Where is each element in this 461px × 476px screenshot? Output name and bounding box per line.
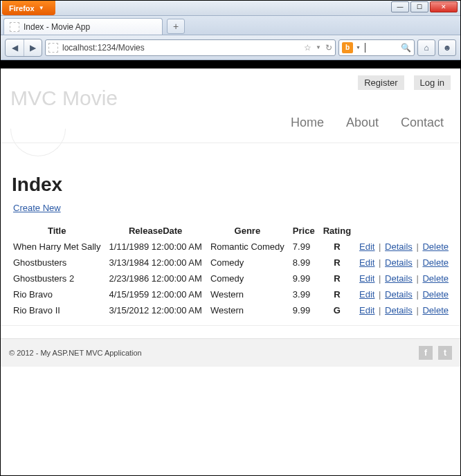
cell-genre: Romantic Comedy (206, 239, 289, 255)
movies-table: Title ReleaseDate Genre Price Rating Whe… (9, 223, 453, 318)
cell-actions: Edit | Details | Delete (355, 271, 453, 286)
cell-actions: Edit | Details | Delete (355, 239, 453, 255)
details-link[interactable]: Details (385, 273, 413, 284)
cell-rating: R (319, 239, 355, 255)
cell-actions: Edit | Details | Delete (355, 255, 453, 271)
site-brand[interactable]: MVC Movie (10, 86, 453, 110)
details-link[interactable]: Details (385, 305, 413, 315)
close-button[interactable]: ✕ (430, 1, 458, 12)
cell-rating: R (319, 286, 355, 302)
new-tab-button[interactable]: + (167, 19, 185, 34)
url-text: localhost:1234/Movies (62, 43, 304, 53)
main-nav: Home About Contact (10, 116, 453, 130)
table-header-row: Title ReleaseDate Genre Price Rating (9, 223, 453, 239)
cell-title: Rio Bravo II (9, 302, 105, 318)
back-button[interactable]: ◀ (6, 39, 24, 56)
page-footer: © 2012 - My ASP.NET MVC Application f t (1, 338, 460, 367)
page-body: Index Create New Title ReleaseDate Genre… (1, 143, 460, 326)
register-link[interactable]: Register (358, 75, 404, 90)
cell-rating: R (319, 271, 355, 286)
browser-navbar: ◀ ▶ localhost:1234/Movies ☆ ▼ ↻ b ▼ 🔍 ⌂ … (1, 35, 460, 60)
details-link[interactable]: Details (385, 241, 413, 252)
create-new-link[interactable]: Create New (13, 203, 61, 213)
col-actions (355, 223, 453, 239)
cell-price: 3.99 (289, 286, 319, 302)
url-bar[interactable]: localhost:1234/Movies ☆ ▼ ↻ (45, 39, 336, 56)
cell-release-date: 4/15/1959 12:00:00 AM (105, 286, 206, 302)
cell-genre: Western (206, 302, 289, 318)
site-identity-icon (48, 43, 58, 53)
cell-price: 9.99 (289, 271, 319, 286)
table-row: Ghostbusters 22/23/1986 12:00:00 AMComed… (9, 271, 453, 286)
cell-actions: Edit | Details | Delete (355, 286, 453, 302)
edit-link[interactable]: Edit (359, 257, 374, 268)
table-row: Ghostbusters3/13/1984 12:00:00 AMComedy8… (9, 255, 453, 271)
cell-release-date: 3/13/1984 12:00:00 AM (105, 255, 206, 271)
cell-rating: R (319, 255, 355, 271)
maximize-button[interactable]: ☐ (410, 1, 428, 12)
nav-about[interactable]: About (346, 116, 379, 130)
search-box[interactable]: b ▼ 🔍 (338, 39, 415, 56)
top-black-bar (1, 60, 460, 68)
delete-link[interactable]: Delete (422, 241, 449, 252)
cell-title: When Harry Met Sally (9, 239, 105, 255)
search-go-icon[interactable]: 🔍 (401, 43, 411, 53)
cell-price: 8.99 (289, 255, 319, 271)
cell-title: Rio Bravo (9, 286, 105, 302)
cell-release-date: 1/11/1989 12:00:00 AM (105, 239, 206, 255)
facebook-icon[interactable]: f (419, 346, 433, 360)
search-cursor (365, 43, 365, 53)
edit-link[interactable]: Edit (359, 289, 374, 300)
account-links: Register Log in (358, 75, 451, 90)
search-engine-dropdown-icon[interactable]: ▼ (356, 45, 361, 50)
forward-button[interactable]: ▶ (24, 39, 42, 56)
minimize-button[interactable]: — (391, 1, 409, 12)
footer-social: f t (419, 346, 452, 360)
col-genre: Genre (206, 223, 289, 239)
urlbar-right-icons: ☆ ▼ ↻ (304, 43, 332, 53)
firefox-app-label: Firefox (9, 4, 35, 12)
browser-tab[interactable]: Index - Movie App (3, 18, 163, 35)
feedback-button[interactable]: ☻ (438, 39, 456, 56)
cell-actions: Edit | Details | Delete (355, 302, 453, 318)
login-link[interactable]: Log in (414, 75, 451, 90)
footer-text: © 2012 - My ASP.NET MVC Application (9, 349, 142, 357)
details-link[interactable]: Details (385, 257, 413, 268)
tab-title: Index - Movie App (24, 22, 90, 32)
nav-contact[interactable]: Contact (401, 116, 444, 130)
nav-arrows: ◀ ▶ (5, 39, 42, 57)
page-favicon-icon (10, 22, 19, 32)
cell-rating: G (319, 302, 355, 318)
nav-home[interactable]: Home (291, 116, 324, 130)
edit-link[interactable]: Edit (359, 241, 374, 252)
firefox-app-button[interactable]: Firefox ▼ (2, 1, 55, 15)
bookmark-star-icon[interactable]: ☆ (304, 43, 311, 53)
details-link[interactable]: Details (385, 289, 413, 300)
delete-link[interactable]: Delete (422, 273, 449, 284)
cell-price: 7.99 (289, 239, 319, 255)
cell-price: 9.99 (289, 302, 319, 318)
delete-link[interactable]: Delete (422, 257, 449, 268)
page-title: Index (12, 174, 452, 196)
bing-icon: b (342, 42, 353, 53)
window-controls: — ☐ ✕ (388, 1, 460, 15)
col-release-date: ReleaseDate (105, 223, 206, 239)
edit-link[interactable]: Edit (359, 273, 374, 284)
cell-title: Ghostbusters (9, 255, 105, 271)
dropdown-icon: ▼ (39, 5, 44, 11)
col-price: Price (289, 223, 319, 239)
page-viewport: Register Log in MVC Movie Home About Con… (1, 60, 460, 475)
edit-link[interactable]: Edit (359, 305, 374, 315)
home-button[interactable]: ⌂ (417, 39, 435, 56)
cell-genre: Comedy (206, 271, 289, 286)
twitter-icon[interactable]: t (438, 346, 452, 360)
col-title: Title (9, 223, 105, 239)
cell-genre: Comedy (206, 255, 289, 271)
table-row: Rio Bravo II3/15/2012 12:00:00 AMWestern… (9, 302, 453, 318)
reload-icon[interactable]: ↻ (325, 43, 332, 53)
delete-link[interactable]: Delete (422, 289, 449, 300)
table-row: Rio Bravo4/15/1959 12:00:00 AMWestern3.9… (9, 286, 453, 302)
col-rating: Rating (319, 223, 355, 239)
delete-link[interactable]: Delete (422, 305, 449, 315)
dropdown-icon[interactable]: ▼ (316, 44, 321, 51)
